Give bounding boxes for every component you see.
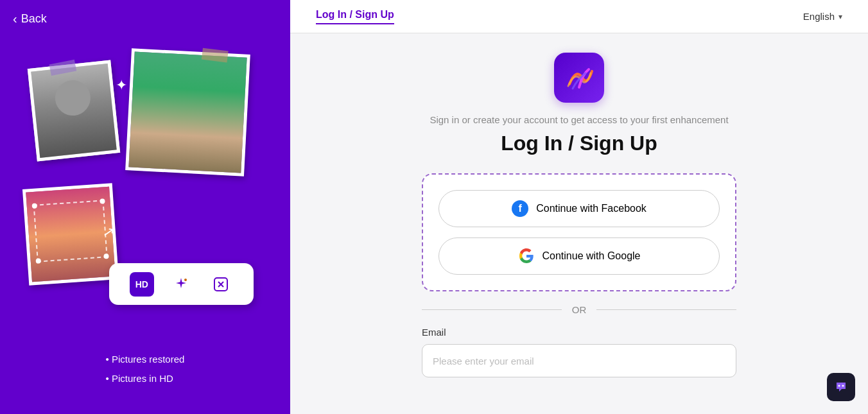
right-panel: Log In / Sign Up English ▾ Sign in or cr…	[290, 0, 868, 414]
email-section: Email	[422, 327, 736, 377]
back-label: Back	[21, 12, 47, 26]
app-icon	[554, 53, 604, 103]
google-icon	[518, 248, 535, 264]
or-line-left	[422, 309, 562, 310]
google-button-label: Continue with Google	[542, 250, 641, 262]
header: Log In / Sign Up English ▾	[290, 0, 868, 33]
help-icon	[834, 380, 848, 394]
left-panel: ‹ Back ✦ HD	[0, 0, 290, 414]
google-login-button[interactable]: Continue with Google	[438, 237, 720, 275]
feature-list: Pictures restored Pictures in HD	[106, 350, 185, 388]
or-line-right	[596, 309, 736, 310]
login-signup-tab[interactable]: Log In / Sign Up	[316, 9, 394, 24]
svg-point-4	[838, 385, 840, 387]
facebook-icon: f	[512, 200, 528, 217]
subtitle-text: Sign in or create your account to get ac…	[430, 114, 728, 125]
language-selector[interactable]: English ▾	[803, 11, 842, 22]
svg-point-5	[842, 385, 844, 387]
feature-item: Pictures in HD	[106, 369, 185, 388]
color-face	[128, 52, 247, 173]
main-content: Sign in or create your account to get ac…	[290, 33, 868, 414]
photo-color	[125, 48, 250, 176]
feature-item: Pictures restored	[106, 350, 185, 369]
chevron-down-icon: ▾	[838, 12, 842, 21]
corner-dot-tl	[32, 203, 38, 209]
email-input[interactable]	[422, 344, 736, 377]
hd-tool-icon: HD	[130, 272, 154, 297]
close-tool-icon	[209, 272, 233, 297]
magic-tool-icon	[169, 272, 193, 297]
back-button[interactable]: ‹ Back	[13, 12, 47, 26]
photo-bw	[28, 60, 120, 162]
email-label: Email	[422, 327, 736, 338]
sparkle-decoration: ✦	[116, 77, 127, 94]
help-chat-button[interactable]	[827, 373, 855, 401]
auth-box: f Continue with Facebook Continue with G…	[422, 173, 736, 291]
back-arrow-icon: ‹	[13, 12, 17, 26]
selection-overlay	[33, 200, 108, 262]
or-divider: OR	[422, 304, 736, 315]
facebook-button-label: Continue with Facebook	[536, 203, 647, 214]
main-title: Log In / Sign Up	[501, 132, 657, 155]
facebook-login-button[interactable]: f Continue with Facebook	[438, 190, 720, 227]
app-logo	[563, 62, 595, 94]
tool-bar: HD	[109, 263, 254, 305]
svg-point-0	[184, 279, 187, 281]
or-label: OR	[572, 304, 587, 315]
language-label: English	[803, 11, 835, 22]
photo-collage: ✦ HD	[0, 39, 290, 315]
bw-face	[31, 64, 116, 158]
